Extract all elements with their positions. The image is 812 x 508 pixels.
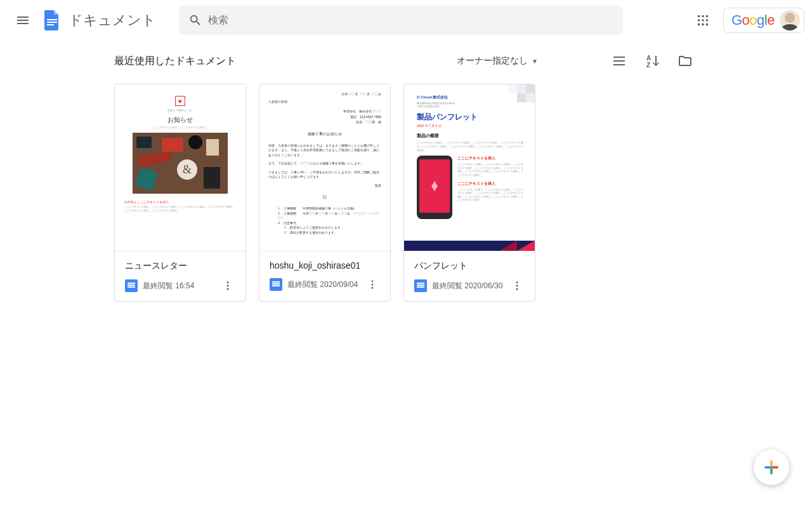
- svg-text:A: A: [646, 55, 651, 62]
- open-file-picker-button[interactable]: [672, 48, 698, 74]
- svg-point-11: [706, 23, 709, 26]
- app-title: ドキュメント: [69, 11, 156, 30]
- dropdown-arrow-icon: ▼: [532, 58, 538, 65]
- more-vert-icon: [367, 279, 378, 290]
- document-card[interactable]: ♥ 店名を / 場所をここに お知らせ ここにテキストを挿入。ここにテキストを挿…: [114, 84, 246, 302]
- owner-filter-label: オーナー指定なし: [457, 55, 528, 67]
- main-menu-button[interactable]: [8, 5, 38, 36]
- svg-point-8: [706, 19, 709, 22]
- document-more-button[interactable]: [508, 277, 526, 295]
- document-meta: 最終閲覧 2020/06/30: [432, 281, 503, 291]
- documents-grid: ♥ 店名を / 場所をここに お知らせ ここにテキストを挿入。ここにテキストを挿…: [114, 81, 698, 304]
- apps-grid-icon: [696, 13, 710, 27]
- svg-text:Z: Z: [646, 62, 650, 69]
- google-wordmark: Google: [731, 12, 775, 29]
- svg-point-15: [227, 285, 229, 287]
- sort-button[interactable]: AZ: [639, 48, 665, 74]
- more-vert-icon: [222, 280, 233, 291]
- sort-az-icon: AZ: [645, 53, 660, 69]
- docs-file-icon: [270, 278, 282, 291]
- folder-icon: [678, 53, 693, 69]
- user-avatar: [780, 10, 800, 30]
- svg-point-22: [516, 288, 518, 290]
- svg-rect-2: [47, 24, 54, 25]
- app-header: ドキュメント Google: [0, 0, 812, 41]
- list-view-button[interactable]: [606, 48, 632, 74]
- svg-point-7: [702, 19, 704, 22]
- document-meta: 最終閲覧 16:54: [143, 281, 214, 291]
- svg-point-16: [227, 288, 229, 290]
- document-thumbnail: G Cloud 株式会社 東京都渋谷区渋谷区渋谷3-140-601-567-12…: [404, 84, 535, 251]
- google-apps-button[interactable]: [688, 5, 718, 36]
- create-document-fab[interactable]: [754, 450, 789, 485]
- document-title: パンフレット: [414, 260, 526, 272]
- docs-file-icon: [125, 279, 138, 292]
- svg-rect-1: [47, 22, 57, 23]
- docs-logo-icon[interactable]: [41, 9, 63, 32]
- svg-point-17: [372, 280, 374, 282]
- svg-point-9: [698, 23, 700, 26]
- svg-point-4: [702, 15, 704, 18]
- section-title: 最近使用したドキュメント: [114, 55, 236, 68]
- svg-point-20: [516, 281, 518, 283]
- google-account-button[interactable]: Google: [723, 8, 804, 33]
- list-icon: [612, 53, 627, 69]
- hamburger-icon: [15, 13, 30, 28]
- document-meta: 最終閲覧 2020/09/04: [287, 279, 358, 290]
- document-thumbnail: ♥ 店名を / 場所をここに お知らせ ここにテキストを挿入。ここにテキストを挿…: [115, 84, 246, 251]
- document-more-button[interactable]: [363, 276, 381, 293]
- svg-rect-23: [770, 466, 773, 469]
- document-card[interactable]: 令和 〇〇 年 〇〇 月 〇〇 日 入居者の皆様 管理会社 株式会社〇〇〇 電話…: [259, 84, 391, 302]
- search-bar[interactable]: [179, 6, 623, 35]
- document-more-button[interactable]: [219, 277, 237, 295]
- document-title: ニュースレター: [125, 260, 237, 272]
- more-vert-icon: [511, 280, 523, 291]
- svg-point-6: [698, 19, 700, 22]
- svg-point-18: [372, 284, 374, 286]
- documents-toolbar: 最近使用したドキュメント オーナー指定なし ▼ AZ: [114, 41, 698, 81]
- svg-point-5: [706, 15, 709, 18]
- docs-file-icon: [414, 279, 427, 292]
- svg-point-10: [702, 23, 704, 26]
- svg-point-14: [227, 281, 229, 283]
- plus-multicolor-icon: [761, 457, 782, 478]
- owner-filter-dropdown[interactable]: オーナー指定なし ▼: [452, 51, 543, 70]
- document-title: hoshu_koji_oshirase01: [270, 260, 381, 271]
- search-input[interactable]: [208, 15, 619, 26]
- svg-point-19: [372, 287, 374, 289]
- svg-point-21: [516, 285, 518, 287]
- svg-point-3: [698, 15, 700, 18]
- document-card[interactable]: G Cloud 株式会社 東京都渋谷区渋谷区渋谷3-140-601-567-12…: [403, 84, 535, 302]
- search-icon: [183, 8, 208, 33]
- document-thumbnail: 令和 〇〇 年 〇〇 月 〇〇 日 入居者の皆様 管理会社 株式会社〇〇〇 電話…: [259, 84, 390, 251]
- svg-rect-0: [47, 19, 57, 20]
